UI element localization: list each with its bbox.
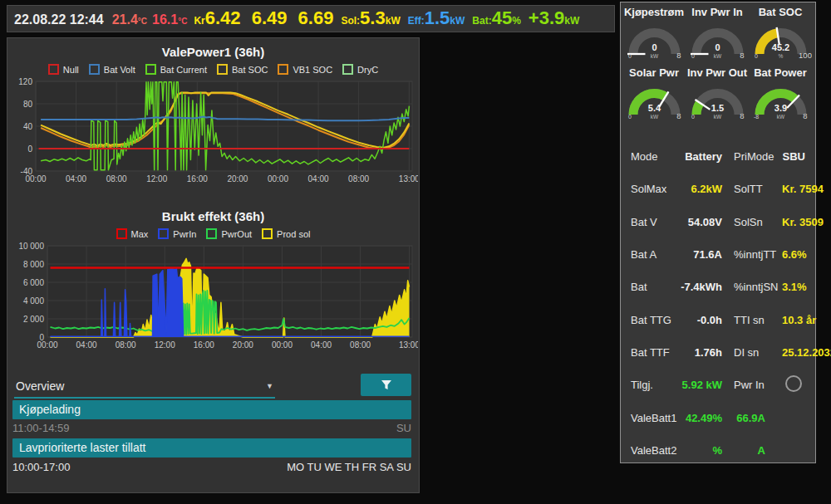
battery-soc-unit: % xyxy=(512,15,521,27)
legend-swatch xyxy=(116,228,127,239)
schedule-time: 11:00-14:59 xyxy=(12,422,69,434)
stat-value: 66.9A xyxy=(722,412,765,424)
legend-label: Null xyxy=(63,65,79,75)
stat-value: 6.2kW xyxy=(679,183,722,195)
gauge-bat-soc: Bat SOC45.2%0100 xyxy=(749,6,812,60)
legend-label: Max xyxy=(131,229,149,239)
stat-value: Battery xyxy=(679,150,722,163)
svg-text:5.4: 5.4 xyxy=(647,103,661,113)
svg-text:0: 0 xyxy=(27,144,32,154)
legend-item-max[interactable]: Max xyxy=(116,228,149,239)
svg-text:0: 0 xyxy=(691,53,695,59)
legend-label: Bat Current xyxy=(160,65,207,75)
legend-item-bat-current[interactable]: Bat Current xyxy=(145,64,207,75)
stat-value: -0.0h xyxy=(679,314,722,326)
stat-value: A xyxy=(722,444,765,457)
legend-item-vb1-soc[interactable]: VB1 SOC xyxy=(278,64,332,75)
gauge-dial: 1.5kW08 xyxy=(686,81,749,120)
gauge-title: Bat Power xyxy=(754,66,807,80)
chart1-title: ValePower1 (36h) xyxy=(7,45,419,59)
stat-value: 54.08V xyxy=(679,216,722,228)
stat-value: SBU xyxy=(782,150,805,163)
price-values: 6.42 6.49 6.69 xyxy=(205,6,334,31)
battery-label: Bat: xyxy=(472,15,491,27)
legend-item-bat-soc[interactable]: Bat SOC xyxy=(217,64,268,75)
legend-swatch xyxy=(342,64,353,75)
funnel-icon xyxy=(380,379,393,391)
svg-text:16:00: 16:00 xyxy=(194,340,214,350)
schedule-item-lavprioriterte[interactable]: Lavprioriterte laster tillatt xyxy=(12,438,411,458)
svg-text:08:00: 08:00 xyxy=(350,340,371,350)
stat-value: 1.76h xyxy=(679,346,722,359)
eff-value: 1.5 xyxy=(425,6,450,31)
solar-value: 5.3 xyxy=(360,6,386,31)
view-dropdown[interactable]: Overview ▼ xyxy=(14,375,275,399)
price-label: Kr xyxy=(194,15,204,27)
svg-text:00:00: 00:00 xyxy=(268,174,288,183)
stat-row-bat-ttg: Bat TTG-0.0hTTI sn10.3 år xyxy=(621,303,815,335)
legend-item-null[interactable]: Null xyxy=(48,64,79,75)
legend-label: PwrOut xyxy=(221,229,252,239)
svg-text:8: 8 xyxy=(676,111,681,120)
legend-label: VB1 SOC xyxy=(293,65,332,75)
svg-text:13:00: 13:00 xyxy=(399,340,418,350)
legend-label: DryC xyxy=(357,65,378,75)
filter-button[interactable] xyxy=(361,374,411,396)
stat-label: Mode xyxy=(631,150,679,163)
top-status-bar: 22.08.22 12:44 21.4°C 16.1°C Kr 6.42 6.4… xyxy=(7,5,615,32)
stat-row-bat-a: Bat A71.6A%inntjTT6.6% xyxy=(621,238,815,271)
svg-text:04:00: 04:00 xyxy=(308,174,329,183)
legend-item-dryc[interactable]: DryC xyxy=(342,64,378,75)
gauge-title: Kjøpestrøm xyxy=(624,6,684,19)
chevron-down-icon: ▼ xyxy=(266,382,275,390)
svg-text:04:00: 04:00 xyxy=(311,340,332,350)
stat-row-tilgj-: Tilgj.5.92 kWPwr In xyxy=(621,369,815,401)
legend-swatch xyxy=(158,228,169,239)
battery-power-unit: kW xyxy=(564,15,579,27)
stat-value: Kr. 3509 xyxy=(782,216,824,228)
stat-value: 25.12.2032 xyxy=(782,346,831,359)
svg-text:4 000: 4 000 xyxy=(23,296,44,306)
legend-item-prod-sol[interactable]: Prod sol xyxy=(262,228,310,239)
stat-value: -7.4kWh xyxy=(679,281,722,293)
legend-item-bat-volt[interactable]: Bat Volt xyxy=(89,64,135,75)
stat-label: SolTT xyxy=(734,183,782,195)
stat-label: DI sn xyxy=(734,346,782,359)
legend-item-pwrin[interactable]: PwrIn xyxy=(158,228,196,239)
svg-text:20:00: 20:00 xyxy=(233,340,253,350)
svg-text:12:00: 12:00 xyxy=(146,174,167,183)
svg-text:45.2: 45.2 xyxy=(771,42,789,52)
stat-row-valebatt1: ValeBatt142.49%66.9A xyxy=(621,401,815,433)
stat-value: 3.1% xyxy=(782,281,807,293)
charts-panel: ValePower1 (36h) NullBat VoltBat Current… xyxy=(7,37,420,493)
schedule-item-kjopelading-meta: 11:00-14:59 SU xyxy=(12,420,411,435)
legend-swatch xyxy=(262,228,273,239)
legend-item-pwrout[interactable]: PwrOut xyxy=(206,228,252,239)
legend-label: Bat Volt xyxy=(104,65,135,75)
gauge-kjøpestrøm: Kjøpestrøm0kW08 xyxy=(622,6,686,60)
stat-row-solmax: SolMax6.2kWSolTTKr. 7594 xyxy=(621,173,815,205)
gauge-bat-power: Bat Power3.9kW-88 xyxy=(749,66,812,120)
svg-text:6 000: 6 000 xyxy=(23,278,44,287)
schedule-days: MO TU WE TH FR SA SU xyxy=(287,461,411,473)
svg-text:8: 8 xyxy=(803,111,807,120)
stat-label: PriMode xyxy=(734,150,782,163)
legend-swatch xyxy=(217,64,228,75)
gauge-dial: 45.2%0100 xyxy=(750,21,812,60)
legend-swatch xyxy=(206,228,217,239)
svg-text:-8: -8 xyxy=(753,114,758,120)
eff-label: Eff: xyxy=(408,15,425,27)
svg-text:13:00: 13:00 xyxy=(399,174,418,183)
stat-label: Pwr In xyxy=(734,379,782,391)
svg-text:kW: kW xyxy=(776,114,784,120)
stat-value: 71.6A xyxy=(679,248,722,261)
chart2-title: Brukt effekt (36h) xyxy=(7,209,419,223)
stat-label: Bat TTF xyxy=(631,346,679,359)
svg-text:00:00: 00:00 xyxy=(25,174,46,183)
svg-text:100: 100 xyxy=(799,51,812,60)
stat-label: Bat V xyxy=(631,216,679,228)
temp-indoor: 16.1°C xyxy=(152,12,187,27)
svg-text:00:00: 00:00 xyxy=(272,340,293,350)
schedule-item-kjopelading[interactable]: Kjøpelading xyxy=(12,400,411,419)
schedule-time: 10:00-17:00 xyxy=(12,461,70,473)
